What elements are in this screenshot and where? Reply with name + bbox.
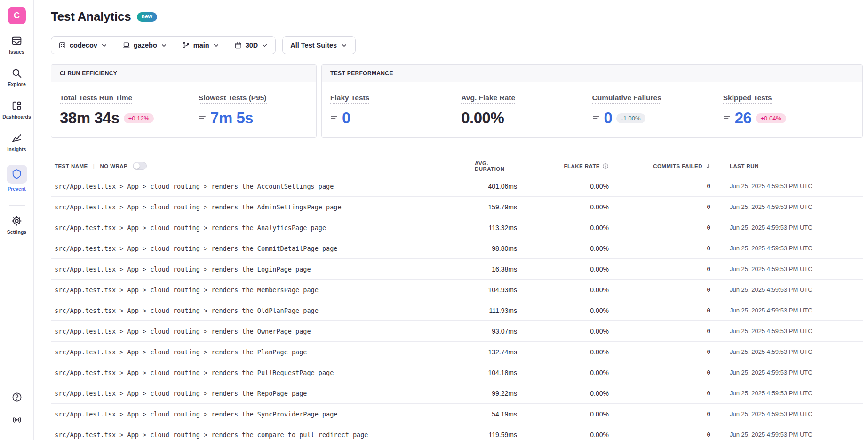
sidebar-item-prevent[interactable]: Prevent	[7, 165, 27, 192]
column-header-test-name[interactable]: TEST NAME	[55, 163, 88, 169]
filter-funnel-icon[interactable]	[199, 114, 206, 122]
cell-flake-rate: 0.00%	[531, 369, 623, 376]
table-row[interactable]: src/App.test.tsx > App > cloud routing >…	[51, 321, 863, 342]
test-suites-value: All Test Suites	[290, 41, 337, 49]
cell-test-name[interactable]: src/App.test.tsx > App > cloud routing >…	[51, 203, 475, 211]
summary-panels: CI RUN EFFICIENCY Total Tests Run Time 3…	[51, 64, 863, 138]
no-wrap-label: NO WRAP	[100, 163, 127, 169]
table-row[interactable]: src/App.test.tsx > App > cloud routing >…	[51, 259, 863, 280]
filter-funnel-icon[interactable]	[723, 114, 731, 122]
cell-flake-rate: 0.00%	[531, 410, 623, 418]
cell-commits-failed: 0	[623, 245, 725, 252]
org-selector[interactable]: codecov	[51, 37, 115, 54]
cell-commits-failed: 0	[623, 390, 725, 397]
whats-new-button[interactable]	[11, 414, 23, 427]
cell-test-name[interactable]: src/App.test.tsx > App > cloud routing >…	[51, 348, 475, 356]
cell-commits-failed: 0	[623, 224, 725, 231]
column-header-flake-rate[interactable]: FLAKE RATE	[564, 163, 600, 169]
cell-flake-rate: 0.00%	[531, 224, 623, 232]
cell-flake-rate: 0.00%	[531, 307, 623, 314]
calendar-icon	[234, 41, 242, 49]
stat-value-avg-flake-rate: 0.00%	[461, 109, 504, 127]
cell-avg-duration: 93.07ms	[475, 328, 531, 335]
sidebar-item-explore[interactable]: Explore	[8, 67, 26, 87]
column-header-commits-failed[interactable]: COMMITS FAILED	[653, 163, 702, 169]
date-range-selector[interactable]: 30D	[227, 37, 276, 54]
cell-test-name[interactable]: src/App.test.tsx > App > cloud routing >…	[51, 410, 475, 418]
cell-test-name[interactable]: src/App.test.tsx > App > cloud routing >…	[51, 265, 475, 273]
cell-test-name[interactable]: src/App.test.tsx > App > cloud routing >…	[51, 183, 475, 190]
stat-flaky-tests: Flaky Tests 0	[330, 94, 461, 127]
sidebar-item-settings[interactable]: Settings	[7, 215, 26, 235]
filter-funnel-icon[interactable]	[592, 114, 600, 122]
org-avatar[interactable]: C	[8, 7, 26, 24]
test-suites-dropdown[interactable]: All Test Suites	[282, 36, 356, 54]
cell-flake-rate: 0.00%	[531, 203, 623, 211]
stat-value-cumulative-failures[interactable]: 0	[604, 109, 613, 127]
cell-last-run: Jun 25, 2025 4:59:53 PM UTC	[725, 307, 863, 314]
cell-avg-duration: 113.32ms	[475, 224, 531, 232]
table-row[interactable]: src/App.test.tsx > App > cloud routing >…	[51, 238, 863, 259]
cell-flake-rate: 0.00%	[531, 348, 623, 356]
cell-last-run: Jun 25, 2025 4:59:53 PM UTC	[725, 286, 863, 293]
table-row[interactable]: src/App.test.tsx > App > cloud routing >…	[51, 280, 863, 300]
table-row[interactable]: src/App.test.tsx > App > cloud routing >…	[51, 217, 863, 238]
cell-avg-duration: 104.18ms	[475, 369, 531, 376]
table-row[interactable]: src/App.test.tsx > App > cloud routing >…	[51, 342, 863, 362]
cell-test-name[interactable]: src/App.test.tsx > App > cloud routing >…	[51, 390, 475, 397]
stat-label-slowest-tests: Slowest Tests (P95)	[199, 94, 266, 104]
table-row[interactable]: src/App.test.tsx > App > cloud routing >…	[51, 362, 863, 383]
cell-test-name[interactable]: src/App.test.tsx > App > cloud routing >…	[51, 369, 475, 376]
cell-last-run: Jun 25, 2025 4:59:53 PM UTC	[725, 265, 863, 272]
repo-selector-value: gazebo	[134, 41, 157, 49]
sidebar-label-insights: Insights	[7, 146, 26, 152]
branch-selector-value: main	[193, 41, 209, 49]
new-feature-badge: new	[137, 12, 157, 22]
no-wrap-toggle[interactable]	[133, 162, 147, 170]
cell-commits-failed: 0	[623, 203, 725, 210]
table-row[interactable]: src/App.test.tsx > App > cloud routing >…	[51, 300, 863, 321]
column-header-avg-duration[interactable]: AVG. DURATION	[475, 160, 517, 172]
insights-chart-icon	[11, 132, 23, 144]
table-row[interactable]: src/App.test.tsx > App > cloud routing >…	[51, 197, 863, 217]
cell-avg-duration: 159.79ms	[475, 203, 531, 211]
help-button[interactable]	[11, 392, 23, 405]
branch-selector[interactable]: main	[175, 37, 227, 54]
stat-value-flaky-tests[interactable]: 0	[342, 109, 350, 127]
cell-commits-failed: 0	[623, 431, 725, 438]
sidebar-item-dashboards[interactable]: Dashboards	[2, 100, 31, 120]
table-row[interactable]: src/App.test.tsx > App > cloud routing >…	[51, 176, 863, 197]
cell-test-name[interactable]: src/App.test.tsx > App > cloud routing >…	[51, 328, 475, 335]
sidebar-label-dashboards: Dashboards	[2, 114, 31, 120]
repo-selector[interactable]: gazebo	[115, 37, 175, 54]
table-row[interactable]: src/App.test.tsx > App > cloud routing >…	[51, 404, 863, 424]
info-circle-icon[interactable]	[602, 163, 609, 169]
sidebar-item-insights[interactable]: Insights	[7, 132, 26, 152]
cell-last-run: Jun 25, 2025 4:59:53 PM UTC	[725, 348, 863, 355]
sidebar-divider	[9, 205, 25, 206]
cell-test-name[interactable]: src/App.test.tsx > App > cloud routing >…	[51, 245, 475, 252]
trend-badge-skipped-tests: +0.04%	[756, 113, 786, 123]
cell-flake-rate: 0.00%	[531, 328, 623, 335]
sidebar-item-issues[interactable]: Issues	[9, 35, 24, 55]
chevron-down-icon	[341, 42, 348, 49]
cell-commits-failed: 0	[623, 348, 725, 355]
cell-test-name[interactable]: src/App.test.tsx > App > cloud routing >…	[51, 286, 475, 294]
cell-flake-rate: 0.00%	[531, 245, 623, 252]
table-row[interactable]: src/App.test.tsx > App > cloud routing >…	[51, 424, 863, 440]
stat-slowest-tests: Slowest Tests (P95) 7m 5s	[199, 94, 308, 127]
stat-total-tests-run-time: Total Tests Run Time 38m 34s +0.12%	[60, 94, 199, 127]
cell-commits-failed: 0	[623, 183, 725, 190]
stat-value-slowest-tests[interactable]: 7m 5s	[210, 109, 253, 127]
table-row[interactable]: src/App.test.tsx > App > cloud routing >…	[51, 383, 863, 404]
column-header-last-run[interactable]: LAST RUN	[730, 163, 759, 169]
page-header: Test Analytics new	[51, 9, 863, 24]
cell-test-name[interactable]: src/App.test.tsx > App > cloud routing >…	[51, 307, 475, 314]
cell-last-run: Jun 25, 2025 4:59:53 PM UTC	[725, 369, 863, 376]
filter-funnel-icon[interactable]	[330, 114, 338, 122]
stat-value-skipped-tests[interactable]: 26	[735, 109, 752, 127]
cell-flake-rate: 0.00%	[531, 183, 623, 190]
cell-test-name[interactable]: src/App.test.tsx > App > cloud routing >…	[51, 431, 475, 439]
sort-descending-arrow-icon[interactable]	[705, 163, 711, 169]
cell-test-name[interactable]: src/App.test.tsx > App > cloud routing >…	[51, 224, 475, 232]
